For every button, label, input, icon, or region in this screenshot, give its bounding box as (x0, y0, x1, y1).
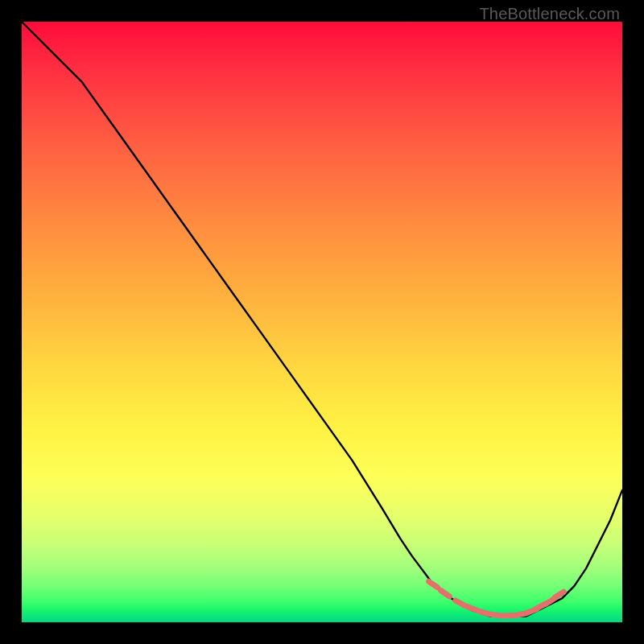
optimal-marker (468, 606, 477, 610)
bottleneck-curve (22, 22, 622, 617)
optimal-range-markers (429, 581, 564, 616)
optimal-marker (515, 613, 526, 616)
chart-svg (22, 22, 622, 622)
optimal-marker (479, 611, 489, 614)
optimal-marker (429, 581, 438, 587)
optimal-marker (555, 592, 564, 597)
optimal-marker (456, 601, 464, 605)
optimal-marker (491, 614, 502, 616)
watermark-text: TheBottleneck.com (479, 5, 620, 23)
optimal-marker (441, 591, 450, 597)
